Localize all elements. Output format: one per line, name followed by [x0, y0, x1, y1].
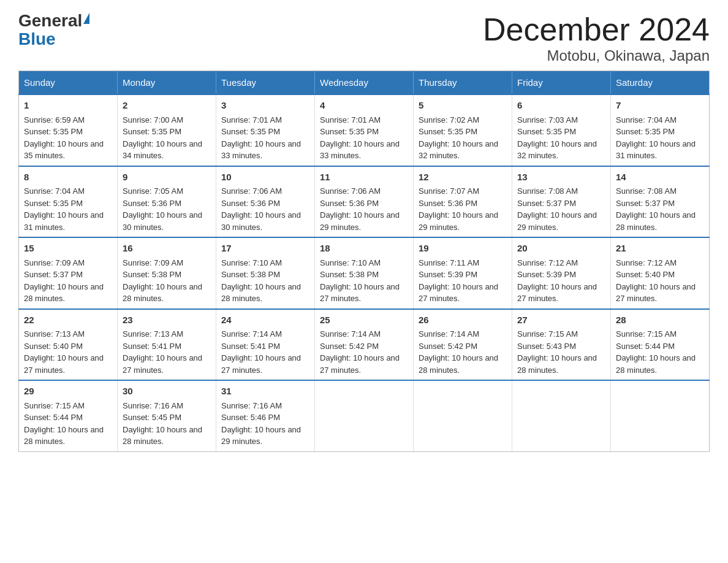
calendar-cell: 18 Sunrise: 7:10 AM Sunset: 5:38 PM Dayl… [315, 237, 414, 309]
sunset-label: Sunset: 5:38 PM [221, 270, 280, 279]
daylight-label: Daylight: 10 hours and 34 minutes. [123, 139, 202, 161]
calendar-week-1: 1 Sunrise: 6:59 AM Sunset: 5:35 PM Dayli… [19, 94, 710, 166]
logo-triangle-icon [83, 13, 89, 24]
sunrise-label: Sunrise: 7:13 AM [24, 329, 85, 339]
daylight-label: Daylight: 10 hours and 31 minutes. [24, 210, 104, 232]
sunrise-label: Sunrise: 7:01 AM [221, 115, 282, 124]
day-number: 3 [221, 99, 309, 113]
day-number: 7 [616, 99, 704, 113]
daylight-label: Daylight: 10 hours and 35 minutes. [24, 139, 104, 161]
day-number: 22 [24, 313, 112, 327]
daylight-label: Daylight: 10 hours and 29 minutes. [419, 210, 498, 232]
sunrise-label: Sunrise: 7:03 AM [517, 115, 578, 124]
sunset-label: Sunset: 5:35 PM [24, 199, 83, 208]
calendar-cell: 6 Sunrise: 7:03 AM Sunset: 5:35 PM Dayli… [512, 94, 611, 166]
calendar-cell: 10 Sunrise: 7:06 AM Sunset: 5:36 PM Dayl… [216, 166, 315, 238]
daylight-label: Daylight: 10 hours and 27 minutes. [123, 353, 202, 375]
calendar-cell: 3 Sunrise: 7:01 AM Sunset: 5:35 PM Dayli… [216, 94, 315, 166]
sunrise-label: Sunrise: 7:00 AM [123, 115, 183, 124]
day-number: 30 [123, 385, 211, 399]
sunset-label: Sunset: 5:38 PM [123, 270, 181, 279]
sunrise-label: Sunrise: 7:09 AM [123, 258, 183, 267]
sunset-label: Sunset: 5:40 PM [616, 270, 675, 279]
day-number: 15 [24, 242, 112, 256]
header-friday: Friday [512, 71, 611, 95]
sunset-label: Sunset: 5:36 PM [419, 199, 477, 208]
day-number: 9 [123, 170, 211, 185]
day-number: 10 [221, 170, 309, 185]
daylight-label: Daylight: 10 hours and 29 minutes. [320, 210, 400, 232]
day-number: 6 [517, 99, 605, 113]
day-number: 17 [221, 242, 309, 256]
calendar-cell: 12 Sunrise: 7:07 AM Sunset: 5:36 PM Dayl… [414, 166, 512, 238]
day-number: 14 [616, 170, 704, 185]
day-number: 12 [419, 170, 507, 185]
page-subtitle: Motobu, Okinawa, Japan [483, 47, 710, 64]
sunrise-label: Sunrise: 6:59 AM [24, 115, 85, 124]
day-number: 23 [123, 313, 211, 327]
sunrise-label: Sunrise: 7:04 AM [24, 186, 85, 196]
day-number: 25 [320, 313, 408, 327]
header-monday: Monday [118, 71, 216, 95]
calendar-week-3: 15 Sunrise: 7:09 AM Sunset: 5:37 PM Dayl… [19, 237, 710, 309]
daylight-label: Daylight: 10 hours and 32 minutes. [419, 139, 498, 161]
daylight-label: Daylight: 10 hours and 27 minutes. [419, 282, 498, 304]
daylight-label: Daylight: 10 hours and 32 minutes. [517, 139, 597, 161]
day-number: 1 [24, 99, 112, 113]
sunrise-label: Sunrise: 7:06 AM [320, 186, 381, 196]
page-title: December 2024 [483, 12, 710, 47]
sunrise-label: Sunrise: 7:12 AM [616, 258, 677, 267]
daylight-label: Daylight: 10 hours and 31 minutes. [616, 139, 696, 161]
calendar-cell: 15 Sunrise: 7:09 AM Sunset: 5:37 PM Dayl… [19, 237, 118, 309]
sunrise-label: Sunrise: 7:16 AM [221, 401, 282, 410]
calendar-cell: 13 Sunrise: 7:08 AM Sunset: 5:37 PM Dayl… [512, 166, 611, 238]
calendar-cell: 17 Sunrise: 7:10 AM Sunset: 5:38 PM Dayl… [216, 237, 315, 309]
calendar-cell: 24 Sunrise: 7:14 AM Sunset: 5:41 PM Dayl… [216, 309, 315, 381]
calendar-cell: 27 Sunrise: 7:15 AM Sunset: 5:43 PM Dayl… [512, 309, 611, 381]
sunset-label: Sunset: 5:35 PM [320, 127, 379, 136]
day-number: 11 [320, 170, 408, 185]
calendar-cell: 4 Sunrise: 7:01 AM Sunset: 5:35 PM Dayli… [315, 94, 414, 166]
sunset-label: Sunset: 5:46 PM [221, 413, 280, 422]
daylight-label: Daylight: 10 hours and 27 minutes. [221, 353, 301, 375]
sunset-label: Sunset: 5:41 PM [123, 342, 181, 351]
daylight-label: Daylight: 10 hours and 29 minutes. [221, 425, 301, 446]
logo: General Blue [18, 12, 89, 49]
daylight-label: Daylight: 10 hours and 27 minutes. [24, 353, 104, 375]
sunrise-label: Sunrise: 7:14 AM [320, 329, 381, 339]
sunrise-label: Sunrise: 7:12 AM [517, 258, 578, 267]
sunset-label: Sunset: 5:42 PM [320, 342, 379, 351]
sunrise-label: Sunrise: 7:08 AM [517, 186, 578, 196]
sunrise-label: Sunrise: 7:14 AM [221, 329, 282, 339]
page-header: General Blue December 2024 Motobu, Okina… [18, 12, 710, 64]
calendar-week-5: 29 Sunrise: 7:15 AM Sunset: 5:44 PM Dayl… [19, 380, 710, 451]
sunrise-label: Sunrise: 7:16 AM [123, 401, 183, 410]
header-tuesday: Tuesday [216, 71, 315, 95]
daylight-label: Daylight: 10 hours and 28 minutes. [616, 210, 696, 232]
daylight-label: Daylight: 10 hours and 28 minutes. [123, 282, 202, 304]
calendar-cell: 7 Sunrise: 7:04 AM Sunset: 5:35 PM Dayli… [611, 94, 710, 166]
sunrise-label: Sunrise: 7:13 AM [123, 329, 183, 339]
sunset-label: Sunset: 5:41 PM [221, 342, 280, 351]
day-number: 13 [517, 170, 605, 185]
daylight-label: Daylight: 10 hours and 29 minutes. [517, 210, 597, 232]
daylight-label: Daylight: 10 hours and 28 minutes. [221, 282, 301, 304]
sunset-label: Sunset: 5:37 PM [616, 199, 675, 208]
sunset-label: Sunset: 5:36 PM [221, 199, 280, 208]
calendar-cell: 9 Sunrise: 7:05 AM Sunset: 5:36 PM Dayli… [118, 166, 216, 238]
calendar-cell: 1 Sunrise: 6:59 AM Sunset: 5:35 PM Dayli… [19, 94, 118, 166]
sunset-label: Sunset: 5:35 PM [616, 127, 675, 136]
calendar-cell: 5 Sunrise: 7:02 AM Sunset: 5:35 PM Dayli… [414, 94, 512, 166]
day-number: 26 [419, 313, 507, 327]
calendar-cell [315, 380, 414, 451]
header-row: Sunday Monday Tuesday Wednesday Thursday… [19, 71, 710, 95]
day-number: 27 [517, 313, 605, 327]
header-saturday: Saturday [611, 71, 710, 95]
sunset-label: Sunset: 5:44 PM [616, 342, 675, 351]
daylight-label: Daylight: 10 hours and 30 minutes. [123, 210, 202, 232]
calendar-cell: 8 Sunrise: 7:04 AM Sunset: 5:35 PM Dayli… [19, 166, 118, 238]
logo-blue: Blue [18, 29, 56, 48]
calendar-cell: 19 Sunrise: 7:11 AM Sunset: 5:39 PM Dayl… [414, 237, 512, 309]
daylight-label: Daylight: 10 hours and 28 minutes. [24, 282, 104, 304]
daylight-label: Daylight: 10 hours and 27 minutes. [616, 282, 696, 304]
